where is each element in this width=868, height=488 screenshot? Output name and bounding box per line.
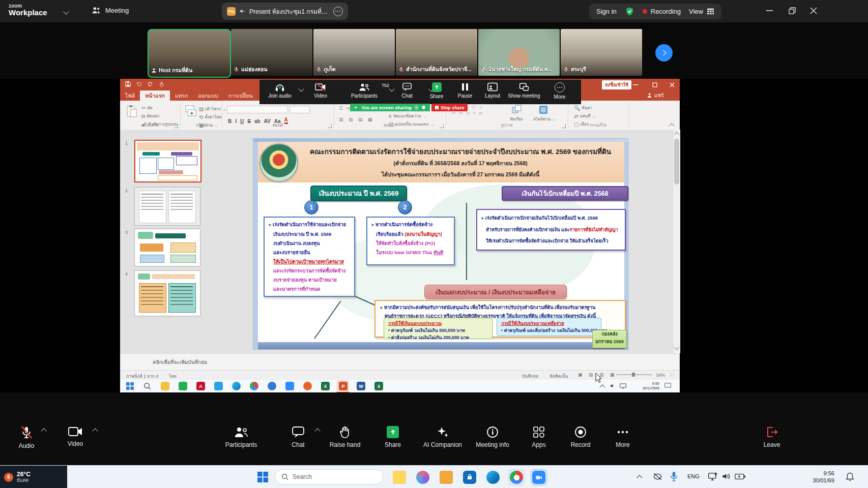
zoom-percent[interactable]: 54%	[656, 373, 665, 378]
slide-thumbnail-3[interactable]	[134, 229, 200, 266]
inner-tray-chevron-icon[interactable]	[599, 384, 605, 390]
tray-overflow-chevron-icon[interactable]	[636, 475, 642, 480]
zoom-taskbar-icon[interactable]	[532, 471, 545, 484]
folder-icon[interactable]	[440, 471, 453, 484]
participants-button[interactable]: Participants	[345, 82, 384, 99]
close-button[interactable]	[810, 7, 817, 14]
video-tile[interactable]: 1นายช่างใหญ่ กรมที่ดิน ศ...	[478, 29, 560, 76]
ppt-signin-button[interactable]: ลงชื่อเข้าใช้	[602, 80, 631, 89]
inner-clock[interactable]: 9:5930/1/2569	[633, 381, 659, 390]
store-icon[interactable]	[463, 471, 476, 484]
fit-slide-button[interactable]: ⛶	[671, 372, 675, 378]
tab-meeting[interactable]: Meeting	[92, 6, 129, 14]
telegram-icon[interactable]	[214, 382, 223, 390]
edge-icon[interactable]	[232, 382, 241, 390]
powerpoint-icon[interactable]: P	[339, 382, 348, 390]
excel-icon[interactable]: X	[321, 382, 330, 390]
view-button[interactable]: View	[689, 8, 714, 15]
next-page-button[interactable]	[655, 44, 673, 62]
drive-icon[interactable]	[268, 382, 276, 390]
slide-layout-button[interactable]: ▤เค้าโครง	[199, 106, 226, 112]
excel-icon-2[interactable]: X	[374, 382, 383, 390]
replace-button[interactable]: ⇄แทนที่	[574, 113, 596, 119]
ppt-tab-design[interactable]: ออกแบบ	[193, 90, 223, 101]
word-icon[interactable]: W	[357, 382, 365, 390]
ai-companion-button[interactable]: AI Companion	[418, 426, 467, 448]
file-explorer-icon[interactable]	[161, 382, 169, 390]
edge-icon[interactable]	[486, 471, 500, 484]
video-tile[interactable]: แม่ฮ่องสอน	[231, 29, 312, 76]
video-tile-host[interactable]: Host กรมที่ดิน	[148, 29, 231, 78]
scrollbar-thumb[interactable]	[674, 139, 679, 185]
sign-in-button[interactable]: Sign in	[596, 8, 617, 15]
cut-button[interactable]: ✂ตัด	[141, 105, 153, 111]
drawing-launcher-icon[interactable]	[562, 124, 566, 128]
reset-button[interactable]: ⟲ตั้งค่าใหม่	[199, 114, 222, 120]
weather-widget[interactable]: 6 26°C มีแดด	[0, 466, 67, 488]
hidden-items-icon[interactable]	[653, 472, 662, 481]
redo-icon[interactable]	[147, 81, 153, 87]
record-button[interactable]: Record	[556, 426, 605, 448]
inner-display-icon[interactable]	[620, 383, 626, 389]
zoom-app-icon[interactable]	[285, 382, 294, 390]
ppt-close-button[interactable]	[670, 82, 675, 87]
paragraph-launcher-icon[interactable]	[440, 124, 444, 128]
slide-canvas[interactable]: คณะกรรมการติดตามเร่งรัดการใช้จ่ายงบประมา…	[253, 138, 628, 350]
inner-notification-icon[interactable]	[664, 383, 671, 389]
collapse-ribbon-icon[interactable]	[669, 123, 674, 129]
participants-button[interactable]: Participants	[217, 426, 266, 448]
chrome-icon[interactable]	[510, 471, 523, 484]
ppt-share-button[interactable]: แชร์	[647, 92, 664, 99]
find-button[interactable]: 🔍ค้นหา	[574, 105, 592, 111]
undo-icon[interactable]	[136, 81, 142, 87]
ppt-vertical-scrollbar[interactable]	[673, 130, 680, 353]
inner-search-icon[interactable]	[143, 382, 151, 390]
ppt-minimize-button[interactable]	[633, 84, 638, 85]
font-size-combo[interactable]	[290, 106, 310, 113]
chat-button[interactable]: Chat	[274, 426, 323, 448]
slide-thumbnail-2[interactable]	[134, 187, 200, 226]
ppt-tab-transitions[interactable]: การเปลี่ยน	[223, 90, 258, 101]
font-name-combo[interactable]	[227, 106, 288, 113]
video-tile[interactable]: สำนักงานที่ดินจังหวัดปราจี...	[396, 29, 477, 76]
battery-charging-icon[interactable]	[735, 473, 745, 480]
file-explorer-icon[interactable]	[393, 471, 406, 484]
share-button[interactable]: Share	[368, 426, 417, 448]
network-display-icon[interactable]	[708, 472, 718, 481]
scroll-down-icon[interactable]	[674, 344, 679, 350]
taskbar-search[interactable]: Search	[275, 469, 384, 484]
inner-speaker-icon[interactable]	[610, 383, 616, 389]
slide-thumbnail-4[interactable]	[134, 270, 200, 316]
zoom-slider-handle[interactable]	[632, 373, 635, 377]
video-button[interactable]: Video	[51, 426, 100, 447]
tab-more-icon[interactable]	[333, 7, 343, 16]
copilot-icon[interactable]	[416, 471, 429, 484]
more-button[interactable]: More	[598, 426, 647, 448]
volume-icon[interactable]	[722, 472, 731, 480]
taskbar-clock[interactable]: 9:56 30/01/69	[799, 470, 834, 484]
video-button[interactable]: Video	[301, 82, 340, 99]
acrobat-icon[interactable]: A	[196, 382, 205, 390]
save-icon[interactable]	[125, 81, 131, 87]
ppt-maximize-button[interactable]	[652, 82, 657, 87]
raise-hand-button[interactable]: Raise hand	[321, 426, 369, 448]
notification-bell-icon[interactable]	[846, 472, 854, 481]
restore-button[interactable]	[789, 7, 796, 14]
more-button[interactable]: More	[540, 82, 579, 100]
touch-mode-icon[interactable]	[158, 81, 164, 87]
slide-thumbnail-1[interactable]	[134, 140, 201, 182]
align-text-button[interactable]: ≡จัดแนวข้อความ	[389, 113, 427, 119]
recording-indicator[interactable]: Recording	[643, 8, 681, 15]
ppt-tab-home[interactable]: หน้าแรก	[140, 90, 170, 101]
new-slide-icon[interactable]	[185, 105, 196, 117]
tab-shared-presentation[interactable]: Pw Present ห้องประชุม1 กรมที่ดิน's s	[222, 3, 348, 20]
ppt-notes-bar[interactable]: คลิกเพื่อที่จะเพิ่มบันทึกย่อ	[120, 353, 680, 370]
copy-button[interactable]: ⧉คัดลอก	[141, 113, 159, 119]
join-audio-button[interactable]: Join audio	[261, 82, 299, 99]
quick-styles-icon[interactable]	[538, 105, 548, 115]
start-button[interactable]	[257, 472, 268, 482]
workspace-chevron-icon[interactable]	[63, 9, 69, 14]
line-app-icon[interactable]	[179, 382, 187, 390]
inner-start-button[interactable]	[126, 382, 134, 390]
paste-icon[interactable]	[126, 105, 137, 118]
